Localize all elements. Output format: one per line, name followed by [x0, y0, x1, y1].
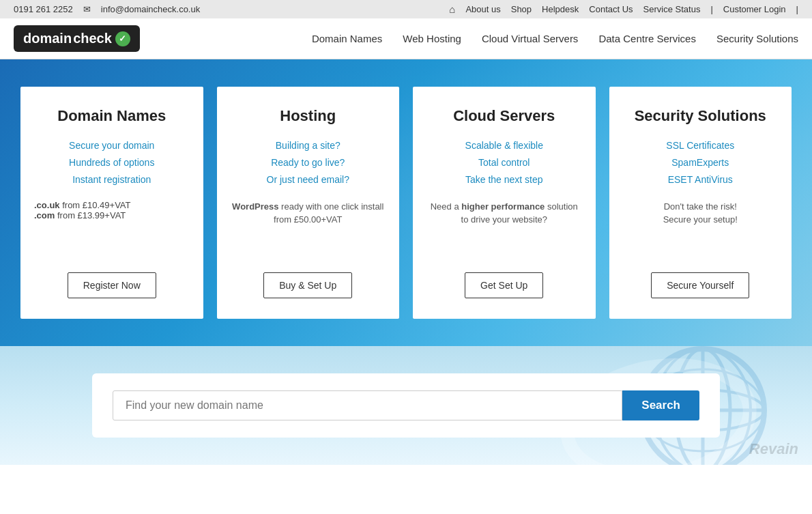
security-solutions-desc: Don't take the risk!Secure your setup! [663, 200, 738, 227]
nav-cloud-virtual-servers[interactable]: Cloud Virtual Servers [482, 33, 578, 44]
logo-tick: ✓ [115, 31, 130, 46]
nav-security-solutions[interactable]: Security Solutions [716, 33, 798, 44]
logo-text-domain: domain [23, 31, 72, 46]
couk-rest: from £10.49+VAT [60, 200, 131, 210]
cards-container: Domain Names Secure your domainHundreds … [20, 87, 792, 319]
wordpress-bold: WordPress [232, 201, 278, 212]
security-solutions-features: SSL CertificatesSpamExpertsESET AntiViru… [666, 137, 734, 189]
nav-data-centre-services[interactable]: Data Centre Services [598, 33, 696, 44]
register-now-button[interactable]: Register Now [68, 272, 156, 298]
secure-yourself-button[interactable]: Secure Yourself [651, 272, 749, 298]
cloud-servers-title: Cloud Servers [453, 107, 555, 125]
couk-bold: .co.uk [34, 200, 60, 210]
security-solutions-title: Security Solutions [635, 107, 766, 125]
search-box: Search [92, 373, 720, 438]
logo[interactable]: domaincheck✓ [14, 25, 140, 52]
get-setup-button[interactable]: Get Set Up [465, 272, 543, 298]
email-icon: ✉ [83, 4, 91, 14]
topbar-contact[interactable]: Contact Us [589, 4, 633, 14]
nav-domain-names[interactable]: Domain Names [312, 33, 382, 44]
email-link[interactable]: info@domaincheck.co.uk [101, 4, 200, 14]
domain-names-title: Domain Names [57, 107, 166, 125]
logo-text-check: check [73, 31, 112, 46]
security-solutions-card: Security Solutions SSL CertificatesSpamE… [609, 87, 792, 319]
topbar-separator2: | [796, 4, 798, 14]
cloud-servers-features: Scalable & flexibleTotal controlTake the… [465, 137, 543, 189]
buy-setup-button[interactable]: Buy & Set Up [263, 272, 352, 298]
search-button[interactable]: Search [622, 390, 699, 420]
cloud-servers-card: Cloud Servers Scalable & flexibleTotal c… [413, 87, 596, 319]
cloud-servers-desc: Need a higher performance solution to dr… [426, 200, 582, 227]
com-bold: .com [34, 210, 55, 220]
hosting-card: Hosting Building a site?Ready to go live… [217, 87, 400, 319]
search-section: Search Revain [0, 346, 812, 465]
topbar: 0191 261 2252 ✉ info@domaincheck.co.uk ⌂… [0, 0, 812, 18]
search-input[interactable] [113, 390, 622, 420]
topbar-service-status[interactable]: Service Status [643, 4, 701, 14]
navbar: domaincheck✓ Domain Names Web Hosting Cl… [0, 18, 812, 59]
topbar-helpdesk[interactable]: Helpdesk [542, 4, 579, 14]
domain-names-features: Secure your domainHundreds of optionsIns… [69, 137, 154, 189]
main-nav: Domain Names Web Hosting Cloud Virtual S… [312, 33, 798, 44]
domain-names-pricing: .co.uk from £10.49+VAT .com from £13.99+… [34, 200, 190, 220]
revain-watermark: Revain [749, 440, 798, 458]
com-rest: from £13.99+VAT [55, 210, 126, 220]
phone-number: 0191 261 2252 [14, 4, 73, 14]
topbar-separator: | [710, 4, 712, 14]
topbar-customer-login[interactable]: Customer Login [723, 4, 786, 14]
topbar-right: ⌂ About us Shop Helpdesk Contact Us Serv… [449, 3, 798, 15]
topbar-about[interactable]: About us [465, 4, 500, 14]
nav-web-hosting[interactable]: Web Hosting [403, 33, 461, 44]
topbar-left: 0191 261 2252 ✉ info@domaincheck.co.uk [14, 4, 200, 14]
domain-names-card: Domain Names Secure your domainHundreds … [20, 87, 203, 319]
topbar-shop[interactable]: Shop [511, 4, 532, 14]
hosting-title: Hosting [280, 107, 336, 125]
higher-performance-bold: higher performance [461, 201, 545, 212]
hero-section: Domain Names Secure your domainHundreds … [0, 59, 812, 346]
hosting-desc: WordPress ready with one click install f… [231, 200, 386, 227]
hosting-features: Building a site?Ready to go live?Or just… [267, 137, 349, 189]
home-icon[interactable]: ⌂ [449, 3, 455, 15]
